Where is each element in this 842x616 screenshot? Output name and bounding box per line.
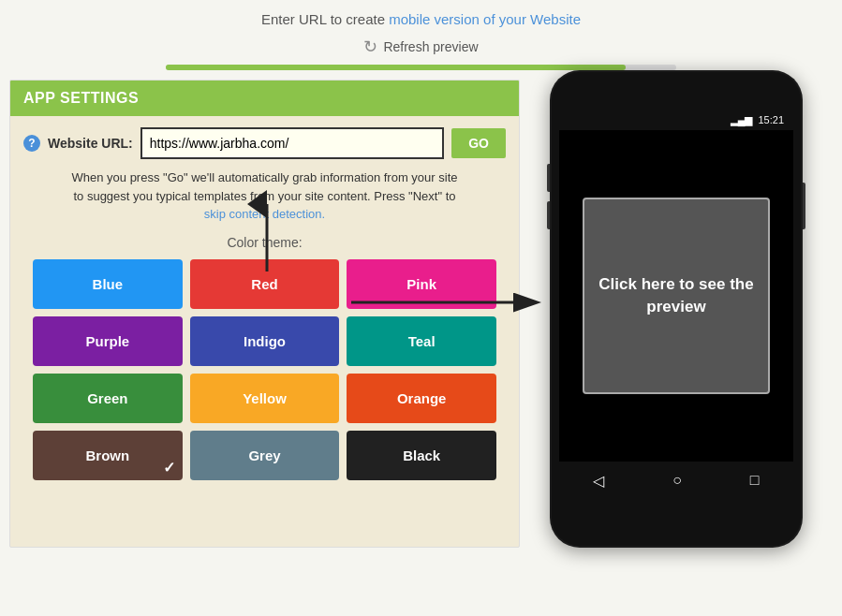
left-panel: APP SETTINGS ? Website URL: GO When you … [9, 80, 520, 548]
phone-screen: ▂▄▆ 15:21 Click here to see the preview … [559, 110, 793, 499]
signal-icon: ▂▄▆ [731, 114, 753, 126]
phone-outer: ▂▄▆ 15:21 Click here to see the preview … [550, 70, 803, 548]
main-layout: APP SETTINGS ? Website URL: GO When you … [0, 80, 842, 548]
phone-status-bar: ▂▄▆ 15:21 [559, 110, 793, 130]
refresh-label: Refresh preview [383, 39, 478, 54]
settings-body: ? Website URL: GO When you press "Go" we… [10, 116, 519, 501]
go-button[interactable]: GO [451, 128, 506, 158]
url-row: ? Website URL: GO [23, 127, 506, 159]
url-label: Website URL: [48, 136, 133, 151]
color-btn-teal[interactable]: Teal [347, 316, 496, 366]
color-btn-brown[interactable]: Brown [33, 431, 183, 480]
help-icon: ? [23, 135, 40, 152]
phone-mockup: ▂▄▆ 15:21 Click here to see the preview … [550, 70, 803, 548]
color-btn-pink[interactable]: Pink [347, 259, 496, 309]
power-button [803, 183, 805, 229]
color-btn-yellow[interactable]: Yellow [190, 374, 340, 423]
right-panel: ▂▄▆ 15:21 Click here to see the preview … [520, 80, 833, 548]
phone-inner: ▂▄▆ 15:21 Click here to see the preview … [552, 72, 801, 546]
url-input[interactable] [140, 127, 444, 159]
volume-up-button [547, 164, 550, 192]
preview-box[interactable]: Click here to see the preview [583, 198, 770, 394]
refresh-icon: ↻ [363, 37, 377, 57]
color-btn-red[interactable]: Red [190, 259, 340, 309]
refresh-bar[interactable]: ↻ Refresh preview [0, 31, 842, 65]
home-button[interactable]: ○ [672, 472, 682, 489]
header-highlight: mobile version of your Website [389, 11, 581, 27]
color-btn-indigo[interactable]: Indigo [190, 316, 340, 366]
color-btn-grey[interactable]: Grey [190, 431, 340, 480]
back-button[interactable]: ◁ [593, 472, 604, 490]
color-btn-blue[interactable]: Blue [33, 259, 183, 309]
page-header: Enter URL to create mobile version of yo… [0, 0, 842, 31]
color-btn-green[interactable]: Green [33, 374, 183, 423]
app-settings-header: APP SETTINGS [10, 81, 519, 116]
color-grid: BlueRedPinkPurpleIndigoTealGreenYellowOr… [23, 259, 506, 490]
color-btn-black[interactable]: Black [347, 431, 496, 480]
color-btn-orange[interactable]: Orange [347, 374, 496, 423]
phone-nav-bar: ◁ ○ □ [559, 462, 793, 499]
phone-content-area: Click here to see the preview [559, 130, 793, 462]
color-btn-purple[interactable]: Purple [33, 316, 183, 366]
phone-time: 15:21 [758, 114, 784, 125]
skip-link[interactable]: skip content detection. [204, 207, 325, 221]
info-text: When you press "Go" we'll automatically … [23, 169, 506, 224]
recent-button[interactable]: □ [750, 472, 760, 489]
volume-down-button [547, 201, 550, 229]
color-theme-label: Color theme: [23, 235, 506, 250]
